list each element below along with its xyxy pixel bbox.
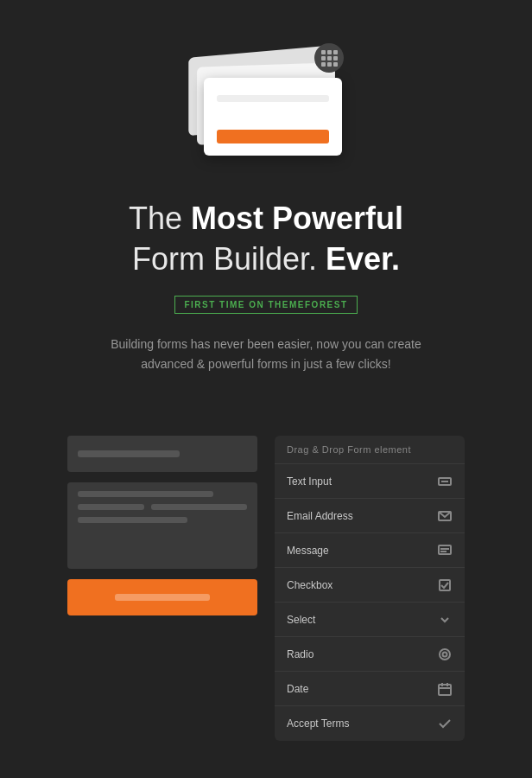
hero-subtitle: Building forms has never been easier, no… xyxy=(85,335,447,376)
dnd-panel: Drag & Drop Form element Text Input Emai… xyxy=(275,436,465,741)
svg-point-7 xyxy=(440,649,450,660)
svg-point-8 xyxy=(443,652,447,656)
hero-section: The Most Powerful Form Builder. Ever. FI… xyxy=(0,0,532,436)
select-icon xyxy=(437,612,453,628)
accept-terms-icon xyxy=(437,716,453,731)
radio-icon xyxy=(437,647,453,662)
dnd-item-label: Email Address xyxy=(287,510,353,522)
form-input-preview xyxy=(67,436,257,472)
text-input-icon xyxy=(437,474,453,489)
illustration-layer-front xyxy=(204,78,342,156)
title-line2-normal: Form Builder. xyxy=(132,241,326,277)
dnd-item-radio[interactable]: Radio xyxy=(275,637,465,672)
dnd-item-message[interactable]: Message xyxy=(275,533,465,568)
illustration-orange-bar xyxy=(217,130,329,143)
dnd-item-email[interactable]: Email Address xyxy=(275,499,465,533)
dnd-item-label: Date xyxy=(287,683,308,695)
date-icon xyxy=(437,681,453,697)
dnd-item-label: Checkbox xyxy=(287,579,332,591)
hero-illustration xyxy=(180,35,352,173)
form-textarea-preview xyxy=(67,482,257,569)
grid-icon xyxy=(321,50,338,67)
checkbox-icon xyxy=(437,577,453,593)
form-preview xyxy=(67,436,257,615)
mock-line xyxy=(78,450,180,457)
svg-rect-6 xyxy=(440,580,450,590)
mock-ta-line xyxy=(151,504,247,510)
themeforest-badge: FIRST TIME ON THEMEFOREST xyxy=(174,296,357,314)
illustration-line xyxy=(217,95,329,102)
dnd-item-label: Text Input xyxy=(287,475,332,488)
dnd-item-checkbox[interactable]: Checkbox xyxy=(275,568,465,603)
form-button-preview xyxy=(67,579,257,615)
demo-section: Drag & Drop Form element Text Input Emai… xyxy=(0,436,532,778)
dnd-item-date[interactable]: Date xyxy=(275,672,465,706)
email-icon xyxy=(437,508,453,524)
title-normal: The xyxy=(129,201,191,236)
title-bold: Most Powerful xyxy=(191,201,403,236)
dnd-item-label: Radio xyxy=(287,648,314,660)
mock-ta-line xyxy=(78,517,187,523)
svg-rect-9 xyxy=(439,685,451,695)
dnd-item-text-input[interactable]: Text Input xyxy=(275,464,465,499)
title-line2-bold: Ever. xyxy=(326,241,400,277)
mock-ta-line xyxy=(78,504,144,510)
button-line xyxy=(115,594,210,601)
dnd-item-label: Select xyxy=(287,614,315,626)
dnd-item-select[interactable]: Select xyxy=(275,603,465,637)
dnd-panel-header: Drag & Drop Form element xyxy=(275,436,465,464)
message-icon xyxy=(437,543,453,558)
dnd-item-label: Accept Terms xyxy=(287,717,349,730)
grid-icon-circle xyxy=(314,43,344,73)
hero-title: The Most Powerful Form Builder. Ever. xyxy=(129,199,403,280)
dnd-item-label: Message xyxy=(287,545,329,557)
dnd-item-accept-terms[interactable]: Accept Terms xyxy=(275,706,465,741)
mock-ta-line xyxy=(78,491,213,497)
